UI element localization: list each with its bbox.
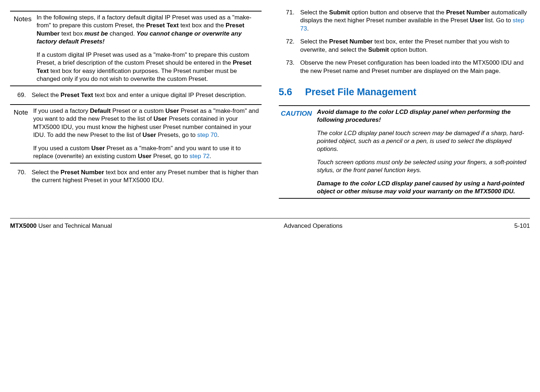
footer-center: Advanced Operations xyxy=(284,222,343,230)
notes-paragraph-2: If a custom digital IP Preset was used a… xyxy=(37,51,260,83)
step-73: 73. Observe the new Preset configuration… xyxy=(279,59,530,75)
note-block: Note If you used a factory Default Prese… xyxy=(10,104,262,163)
step-body: Select the Preset Number text box, enter… xyxy=(300,38,530,54)
right-column: 71. Select the Submit option button and … xyxy=(279,9,530,204)
heading-title: Preset File Management xyxy=(305,86,530,99)
step-body: Select the Preset Text text box and ente… xyxy=(32,91,262,99)
step-number: 69. xyxy=(10,91,26,99)
caution-p1: Avoid damage to the color LCD display pa… xyxy=(317,108,528,124)
note-paragraph-2: If you used a custom User Preset as a "m… xyxy=(33,144,260,161)
step-72: 72. Select the Preset Number text box, e… xyxy=(279,38,530,54)
caution-p4: Damage to the color LCD display panel ca… xyxy=(317,180,528,196)
step-number: 70. xyxy=(10,169,26,185)
notes-label: Notes xyxy=(10,14,32,83)
page-body: Notes In the following steps, if a facto… xyxy=(10,9,530,204)
heading-number: 5.6 xyxy=(279,86,292,99)
section-heading: 5.6 Preset File Management xyxy=(279,86,530,99)
step-70: 70. Select the Preset Number text box an… xyxy=(10,169,262,185)
caution-label: CAUTION xyxy=(279,108,312,196)
note-body: If you used a factory Default Preset or … xyxy=(33,107,261,161)
note-paragraph-1: If you used a factory Default Preset or … xyxy=(33,107,260,139)
step-body: Select the Preset Number text box and en… xyxy=(32,169,262,185)
link-step-72[interactable]: step 72 xyxy=(190,153,210,160)
caution-body: Avoid damage to the color LCD display pa… xyxy=(317,108,530,196)
page-footer: MTX5000 User and Technical Manual Advanc… xyxy=(10,218,530,230)
notes-paragraph-1: In the following steps, if a factory def… xyxy=(37,14,260,46)
notes-block: Notes In the following steps, if a facto… xyxy=(10,11,262,86)
caution-p3: Touch screen options must only be select… xyxy=(317,158,528,175)
step-number: 71. xyxy=(279,9,295,33)
caution-block: CAUTION Avoid damage to the color LCD di… xyxy=(279,105,530,199)
step-number: 72. xyxy=(279,38,295,54)
caution-p2: The color LCD display panel touch screen… xyxy=(317,129,528,153)
notes-body: In the following steps, if a factory def… xyxy=(37,14,262,83)
note-label: Note xyxy=(10,107,28,161)
step-body: Select the Submit option button and obse… xyxy=(300,9,530,33)
step-69: 69. Select the Preset Text text box and … xyxy=(10,91,262,99)
link-step-70[interactable]: step 70 xyxy=(197,132,217,138)
footer-left: MTX5000 User and Technical Manual xyxy=(10,222,112,230)
step-body: Observe the new Preset configuration has… xyxy=(300,59,530,75)
step-number: 73. xyxy=(279,59,295,75)
left-column: Notes In the following steps, if a facto… xyxy=(10,9,262,204)
step-71: 71. Select the Submit option button and … xyxy=(279,9,530,33)
footer-right: 5-101 xyxy=(514,222,530,230)
